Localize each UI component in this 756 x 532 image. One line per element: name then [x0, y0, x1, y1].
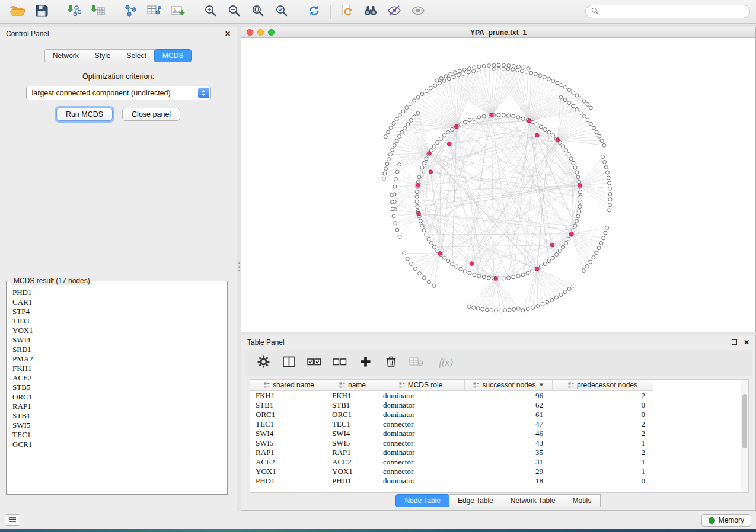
- maximize-traffic-light[interactable]: [268, 29, 275, 36]
- zoom-out-button[interactable]: [222, 2, 246, 21]
- delete-table-button[interactable]: [409, 355, 424, 370]
- table-cell: TEC1: [328, 419, 377, 429]
- mcds-result-item[interactable]: STP4: [12, 307, 226, 316]
- close-table-panel-button[interactable]: ✕: [744, 339, 749, 346]
- mcds-result-item[interactable]: GCR1: [12, 440, 226, 449]
- share-document-icon: [340, 4, 353, 19]
- mcds-result-item[interactable]: SWI4: [12, 335, 226, 345]
- column-header-successor-nodes[interactable]: successor nodes: [465, 380, 553, 391]
- table-cell: connector: [377, 457, 465, 467]
- mcds-result-item[interactable]: SWI5: [12, 421, 226, 430]
- mcds-result-item[interactable]: STB5: [12, 383, 226, 392]
- toolbar-search-box[interactable]: [585, 5, 750, 18]
- table-cell: ACE2: [328, 457, 377, 467]
- table-row[interactable]: FKH1FKH1dominator962: [250, 391, 748, 400]
- mcds-result-item[interactable]: PHD1: [12, 288, 226, 297]
- mcds-result-item[interactable]: ORC1: [12, 392, 226, 402]
- open-session-button[interactable]: [6, 2, 30, 21]
- import-network-button[interactable]: [62, 2, 86, 21]
- table-row[interactable]: YOX1YOX1connector291: [250, 467, 748, 476]
- task-history-button[interactable]: [5, 514, 20, 526]
- zoom-in-button[interactable]: [199, 2, 222, 21]
- float-table-panel-button[interactable]: [732, 338, 737, 347]
- table-row[interactable]: STB1STB1dominator620: [250, 400, 748, 410]
- tab-mcds[interactable]: MCDS: [154, 49, 192, 62]
- column-header-shared-name[interactable]: shared name: [250, 380, 328, 391]
- deselect-all-rows-button[interactable]: [332, 355, 347, 370]
- folder-icon: [10, 5, 25, 18]
- function-builder-button[interactable]: f(x): [434, 355, 458, 370]
- column-header-mcds-role[interactable]: MCDS role: [377, 380, 465, 391]
- plus-icon: [360, 356, 371, 369]
- add-column-button[interactable]: [358, 355, 373, 370]
- criterion-dropdown[interactable]: largest connected component (undirected): [26, 86, 211, 100]
- table-row[interactable]: ACE2ACE2connector311: [250, 457, 748, 467]
- table-row[interactable]: ORC1ORC1dominator610: [250, 410, 748, 419]
- close-panel-button[interactable]: ✕: [225, 30, 231, 37]
- tab-motifs[interactable]: Motifs: [564, 494, 601, 507]
- mcds-result-item[interactable]: PMA2: [12, 354, 226, 364]
- mcds-result-item[interactable]: TID3: [12, 316, 226, 326]
- table-cell: 35: [465, 448, 553, 457]
- zoom-fit-button[interactable]: [246, 2, 270, 21]
- import-table-button[interactable]: [86, 2, 110, 21]
- tab-edge-table[interactable]: Edge Table: [449, 494, 502, 507]
- table-row[interactable]: SWI4SWI4dominator462: [250, 429, 748, 438]
- network-view-window: YPA_prune.txt_1: [241, 27, 756, 332]
- new-network-button[interactable]: [119, 2, 142, 21]
- mcds-result-list[interactable]: PHD1CAR1STP4TID3YOX1SWI4SRD1PMA2FKH1ACE2…: [8, 286, 226, 493]
- memory-button[interactable]: Memory: [701, 514, 751, 527]
- mcds-result-item[interactable]: STB1: [12, 411, 226, 421]
- control-panel-title: Control Panel: [6, 30, 49, 38]
- share-document-button[interactable]: [335, 2, 359, 21]
- column-header-name[interactable]: name: [328, 380, 377, 391]
- close-mcds-panel-button[interactable]: Close panel: [122, 108, 180, 121]
- mcds-result-item[interactable]: ACE2: [12, 373, 226, 383]
- table-scrollbar-thumb[interactable]: [742, 394, 747, 448]
- mcds-result-item[interactable]: RAP1: [12, 402, 226, 411]
- column-header-predecessor-nodes[interactable]: predecessor nodes: [553, 380, 653, 391]
- new-table-button[interactable]: [142, 2, 166, 21]
- show-column-button[interactable]: [281, 355, 296, 370]
- network-graph-canvas[interactable]: [241, 38, 755, 332]
- table-row[interactable]: TEC1TEC1connector472: [250, 419, 748, 429]
- table-scrollbar-track[interactable]: [741, 380, 748, 492]
- mcds-result-item[interactable]: CAR1: [12, 297, 226, 307]
- run-mcds-button[interactable]: Run MCDS: [56, 108, 113, 121]
- save-session-button[interactable]: [30, 2, 53, 21]
- float-panel-button[interactable]: [213, 30, 218, 38]
- tab-node-table[interactable]: Node Table: [395, 494, 449, 507]
- table-cell: ORC1: [250, 410, 328, 419]
- table-settings-button[interactable]: [256, 355, 271, 370]
- column-label: name: [348, 381, 366, 389]
- mcds-result-item[interactable]: FKH1: [12, 364, 226, 373]
- trash-icon: [385, 355, 397, 370]
- mcds-result-item[interactable]: TEC1: [12, 430, 226, 440]
- hide-graphics-details-button[interactable]: [382, 2, 406, 21]
- mcds-result-item[interactable]: SRD1: [12, 345, 226, 354]
- search-input[interactable]: [602, 8, 744, 16]
- export-image-button[interactable]: [166, 2, 190, 21]
- table-cell: 96: [465, 391, 553, 400]
- network-window-titlebar[interactable]: YPA_prune.txt_1: [241, 27, 755, 38]
- refresh-layout-button[interactable]: [302, 2, 326, 21]
- table-cell: dominator: [377, 400, 465, 410]
- close-traffic-light[interactable]: [247, 29, 253, 36]
- table-row[interactable]: PHD1PHD1dominator180: [250, 476, 748, 486]
- tab-style[interactable]: Style: [87, 49, 119, 62]
- mcds-result-item[interactable]: YOX1: [12, 326, 226, 335]
- table-row[interactable]: RAP1RAP1dominator352: [250, 448, 748, 457]
- table-row[interactable]: SWI5SWI5connector431: [250, 438, 748, 448]
- tab-network-table[interactable]: Network Table: [502, 494, 564, 507]
- select-all-rows-button[interactable]: [307, 355, 322, 370]
- zoom-selected-button[interactable]: [270, 2, 294, 21]
- column-label: successor nodes: [482, 381, 535, 389]
- minimize-traffic-light[interactable]: [257, 29, 264, 36]
- search-network-button[interactable]: [359, 2, 382, 21]
- tab-network[interactable]: Network: [44, 49, 87, 62]
- delete-column-button[interactable]: [383, 355, 398, 370]
- application-window: Control Panel ✕ Network Style Select MCD…: [0, 0, 756, 532]
- control-panel-header: Control Panel ✕: [0, 27, 237, 40]
- tab-select[interactable]: Select: [119, 49, 155, 62]
- show-graphics-details-button[interactable]: [406, 2, 430, 21]
